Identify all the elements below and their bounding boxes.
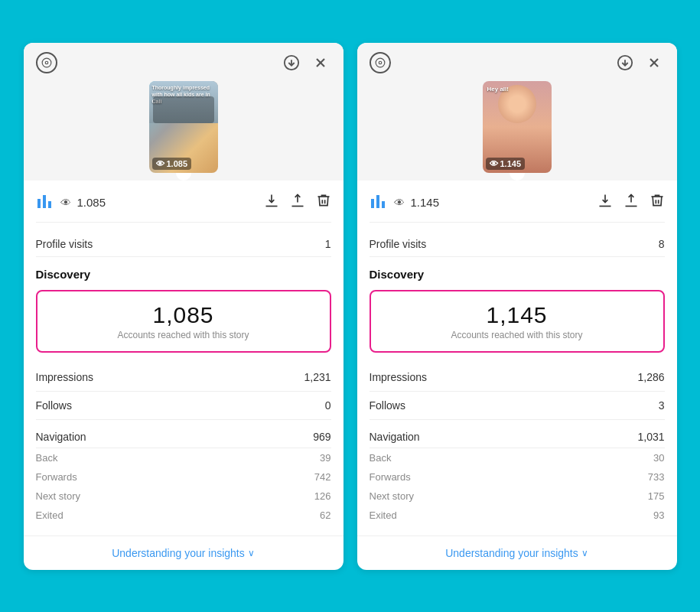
forwards-row-1: Forwards 742 [36,467,331,487]
exited-row-1: Exited 62 [36,506,331,525]
profile-visits-label-2: Profile visits [370,238,427,250]
profile-visits-label-1: Profile visits [36,238,93,250]
bar-chart-icon-1[interactable] [36,191,54,214]
close-icon-2[interactable] [643,52,665,73]
discovery-number-2: 1,145 [382,302,653,328]
profile-visits-value-2: 8 [659,238,665,250]
svg-point-1 [45,61,48,64]
header-right-2 [614,52,665,73]
navigation-label-2: Navigation [370,431,420,443]
view-count-1: 1.085 [77,196,106,209]
trash-icon-2[interactable] [650,193,665,212]
stats-row-1: 👁 1.085 [36,191,331,223]
download-circle-icon-1[interactable] [281,52,302,73]
card-body-1: 👁 1.085 [24,181,343,536]
profile-visits-row-2: Profile visits 8 [370,232,665,257]
back-label-1: Back [36,452,58,464]
follows-row-1: Follows 0 [36,392,331,420]
insights-link-1[interactable]: Understanding your insights ∨ [36,547,331,559]
chevron-down-icon-1: ∨ [248,548,255,558]
svg-rect-21 [382,201,385,208]
follows-value-1: 0 [325,399,331,412]
chevron-down-icon-2: ∨ [581,548,588,558]
profile-visits-value-1: 1 [325,238,331,250]
discovery-number-1: 1,085 [48,302,319,328]
stats-actions-2 [597,193,665,212]
header-icons-2 [370,52,665,73]
card-footer-1: Understanding your insights ∨ [24,536,343,570]
settings-btn-2[interactable] [370,52,391,73]
exited-label-2: Exited [370,509,397,521]
stats-row-2: 👁 1.145 [370,191,665,223]
card-header-1: Thoroughly impressed with how all kids a… [24,43,343,181]
insights-link-2[interactable]: Understanding your insights ∨ [370,547,665,559]
forwards-value-2: 733 [648,471,665,483]
thumb-view-count-2: 1.145 [500,159,522,168]
download-icon-1[interactable] [264,193,279,212]
eye-icon-1: 👁 [60,197,71,209]
svg-rect-6 [37,199,41,208]
navigation-label-1: Navigation [36,431,86,443]
navigation-section-1: Navigation 969 Back 39 Forwards 742 Next… [36,423,331,525]
next-story-label-1: Next story [36,490,81,502]
next-story-value-1: 126 [314,490,331,502]
impressions-value-1: 1,231 [304,371,330,383]
thumb-eye-icon-1: 👁 [156,159,164,168]
exited-value-2: 93 [653,509,664,521]
view-count-2: 1.145 [411,196,440,209]
svg-rect-19 [371,199,374,208]
thumbnail-text-1: Thoroughly impressed with how all kids a… [152,84,215,105]
forwards-row-2: Forwards 733 [370,467,665,487]
navigation-value-1: 969 [313,431,330,443]
card-body-2: 👁 1.145 [357,181,677,536]
upload-icon-1[interactable] [290,193,305,212]
upload-icon-2[interactable] [623,193,639,212]
impressions-label-1: Impressions [36,371,93,383]
trash-icon-1[interactable] [316,193,331,212]
thumb-eye-icon-2: 👁 [490,159,498,168]
next-story-label-2: Next story [370,490,415,502]
impressions-row-2: Impressions 1,286 [370,363,665,392]
forwards-value-1: 742 [314,471,331,483]
follows-label-2: Follows [370,399,405,412]
story-card-1: Thoroughly impressed with how all kids a… [24,43,343,570]
thumbnail-text-2: Hey all! [487,86,549,93]
profile-visits-row-1: Profile visits 1 [36,232,331,257]
header-right-1 [281,52,331,73]
impressions-row-1: Impressions 1,231 [36,363,331,392]
exited-value-1: 62 [320,509,330,521]
svg-rect-8 [48,201,51,208]
settings-btn-1[interactable] [36,52,57,73]
download-circle-icon-2[interactable] [614,52,636,73]
discovery-label-2: Accounts reached with this story [382,330,653,340]
svg-point-14 [379,61,382,64]
stats-left-1: 👁 1.085 [36,191,106,214]
eye-icon-2: 👁 [394,197,405,209]
svg-point-0 [42,58,51,67]
close-icon-1[interactable] [310,52,331,73]
follows-row-2: Follows 3 [370,392,665,420]
stats-actions-1 [264,193,331,212]
cards-container: Thoroughly impressed with how all kids a… [8,28,692,585]
download-icon-2[interactable] [597,193,613,212]
thumb-view-count-1: 1.085 [167,159,188,168]
settings-icon-1 [36,52,57,73]
story-card-2: Hey all! 👁 1.145 � [357,43,677,570]
discovery-title-1: Discovery [36,268,331,281]
settings-icon-2 [370,52,391,73]
impressions-value-2: 1,286 [637,371,664,383]
bar-chart-icon-2[interactable] [370,191,388,214]
insights-link-text-2: Understanding your insights [445,547,578,559]
discovery-title-2: Discovery [370,268,665,281]
back-label-2: Back [370,452,392,464]
story-thumbnail-1: Thoroughly impressed with how all kids a… [149,81,218,173]
story-thumbnail-2: Hey all! 👁 1.145 [483,81,552,173]
navigation-value-2: 1,031 [637,431,664,443]
forwards-label-1: Forwards [36,471,77,483]
insights-link-text-1: Understanding your insights [112,547,245,559]
header-icons-1 [36,52,331,73]
exited-label-1: Exited [36,509,63,521]
forwards-label-2: Forwards [370,471,411,483]
card-header-2: Hey all! 👁 1.145 [357,43,677,181]
follows-label-1: Follows [36,399,72,412]
